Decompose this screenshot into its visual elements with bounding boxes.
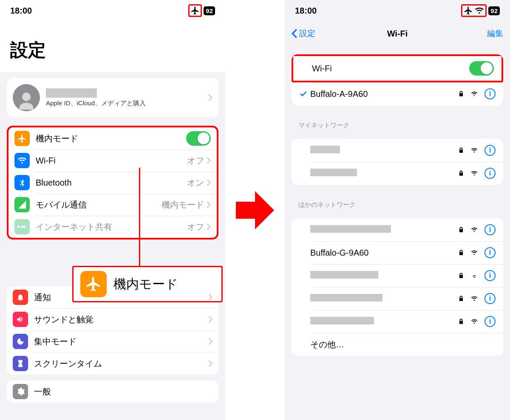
- network-name-redacted: [310, 294, 382, 302]
- info-button[interactable]: i: [484, 168, 496, 179]
- section-other-networks: ほかのネットワーク: [285, 191, 510, 212]
- status-bar: 18:00 92: [0, 0, 225, 21]
- connected-network-name: Buffalo-A-9A60: [310, 89, 458, 99]
- network-row[interactable]: i: [292, 310, 503, 333]
- status-time: 18:00: [10, 6, 32, 16]
- mobile-value: 機内モード: [162, 199, 204, 211]
- info-button[interactable]: i: [484, 145, 496, 156]
- hotspot-icon: [14, 219, 30, 234]
- row-general[interactable]: 一般: [7, 381, 218, 403]
- chevron-right-icon: [208, 94, 212, 101]
- airplane-toggle[interactable]: [186, 131, 211, 146]
- cellular-icon: [14, 197, 30, 212]
- wifi-toggle-row[interactable]: Wi-Fi: [292, 54, 503, 82]
- other-network-label: その他…: [310, 339, 496, 350]
- chevron-right-icon: [208, 316, 212, 323]
- row-focus[interactable]: 集中モード: [7, 330, 218, 352]
- lock-icon: [458, 90, 464, 97]
- info-button[interactable]: i: [484, 224, 496, 235]
- wifi-signal-icon: [470, 170, 479, 177]
- my-networks-group: i i: [292, 139, 503, 185]
- network-name-redacted: [310, 271, 378, 279]
- focus-label: 集中モード: [34, 336, 208, 347]
- mobile-label: モバイル通信: [36, 199, 162, 211]
- chevron-right-icon: [207, 157, 211, 164]
- status-bar: 18:00 92: [285, 0, 510, 21]
- network-row[interactable]: i: [292, 218, 503, 241]
- network-name-redacted: [310, 225, 391, 233]
- nav-bar: 設定 Wi-Fi 編集: [285, 21, 510, 46]
- network-row[interactable]: i: [292, 287, 503, 310]
- airplane-mode-icon: [464, 6, 473, 15]
- wifi-toggle[interactable]: [469, 61, 494, 76]
- profile-name-redacted: [46, 88, 97, 98]
- phone-settings: 18:00 92 設定 Apple ID、iCloud、メディアと購入: [0, 0, 225, 420]
- wifi-status-icon: [475, 6, 484, 15]
- row-sound[interactable]: サウンドと触覚: [7, 308, 218, 330]
- airplane-label: 機内モード: [36, 133, 186, 144]
- airplane-icon: [14, 131, 30, 146]
- row-screentime[interactable]: スクリーンタイム: [7, 352, 218, 375]
- annotation-connector: [139, 168, 140, 266]
- hotspot-value: オフ: [187, 221, 204, 233]
- wifi-value: オフ: [187, 155, 204, 166]
- chevron-right-icon: [207, 223, 211, 230]
- lock-icon: [458, 226, 464, 233]
- lock-icon: [458, 147, 464, 154]
- other-network-row[interactable]: その他…: [292, 333, 503, 356]
- checkmark-icon: [299, 90, 310, 98]
- profile-card[interactable]: Apple ID、iCloud、メディアと購入: [7, 78, 218, 117]
- network-row[interactable]: i: [292, 264, 503, 287]
- wifi-signal-icon: [470, 295, 479, 302]
- row-notifications[interactable]: 通知: [7, 286, 218, 308]
- profile-subtitle: Apple ID、iCloud、メディアと購入: [46, 99, 208, 107]
- wifi-signal-icon: [470, 90, 479, 97]
- back-button[interactable]: 設定: [292, 28, 315, 39]
- chevron-right-icon: [208, 294, 212, 301]
- phone-wifi: 18:00 92 設定 Wi-Fi 編集 Wi-Fi: [285, 0, 510, 420]
- connectivity-group: 機内モード Wi-Fi オフ Bluetooth オン モバイル通信: [7, 126, 218, 240]
- info-button[interactable]: i: [484, 247, 496, 258]
- lock-icon: [458, 295, 464, 302]
- connected-network-row[interactable]: Buffalo-A-9A60 i: [292, 82, 503, 105]
- sound-icon: [13, 312, 28, 327]
- row-bluetooth[interactable]: Bluetooth オン: [8, 172, 217, 194]
- other-networks-group: i Buffalo-G-9A60 i i: [292, 218, 503, 356]
- wifi-master-label: Wi-Fi: [312, 64, 469, 73]
- sound-label: サウンドと触覚: [34, 314, 208, 325]
- info-button[interactable]: i: [484, 316, 496, 327]
- avatar: [13, 84, 40, 111]
- network-row[interactable]: i: [292, 162, 503, 185]
- edit-button[interactable]: 編集: [487, 28, 503, 39]
- row-mobile-data[interactable]: モバイル通信 機内モード: [8, 194, 217, 216]
- nav-title: Wi-Fi: [387, 29, 408, 39]
- wifi-signal-icon: [470, 318, 479, 325]
- hotspot-label: インターネット共有: [36, 221, 187, 233]
- info-button[interactable]: i: [484, 88, 496, 99]
- row-airplane-mode[interactable]: 機内モード: [8, 127, 217, 149]
- system-group: 通知 サウンドと触覚 集中モード スクリーンタイム: [7, 286, 218, 375]
- lock-icon: [458, 170, 464, 177]
- status-battery: 92: [204, 6, 215, 15]
- network-row[interactable]: Buffalo-G-9A60 i: [292, 241, 503, 264]
- network-row[interactable]: i: [292, 139, 503, 162]
- general-group: 一般: [7, 381, 218, 403]
- wifi-signal-icon: [470, 226, 479, 233]
- info-button[interactable]: i: [484, 293, 496, 304]
- transition-arrow: [225, 0, 285, 420]
- gear-icon: [13, 384, 28, 399]
- focus-icon: [13, 334, 28, 349]
- info-button[interactable]: i: [484, 270, 496, 281]
- wifi-signal-icon: [470, 249, 479, 256]
- chevron-right-icon: [207, 201, 211, 208]
- row-wifi[interactable]: Wi-Fi オフ: [8, 149, 217, 172]
- lock-icon: [458, 249, 464, 256]
- wifi-label: Wi-Fi: [36, 156, 187, 166]
- notifications-icon: [13, 290, 28, 305]
- status-time: 18:00: [295, 6, 317, 16]
- lock-icon: [458, 272, 464, 279]
- lock-icon: [458, 318, 464, 325]
- network-name-redacted: [310, 169, 357, 176]
- screentime-label: スクリーンタイム: [34, 358, 208, 369]
- row-hotspot: インターネット共有 オフ: [8, 216, 217, 238]
